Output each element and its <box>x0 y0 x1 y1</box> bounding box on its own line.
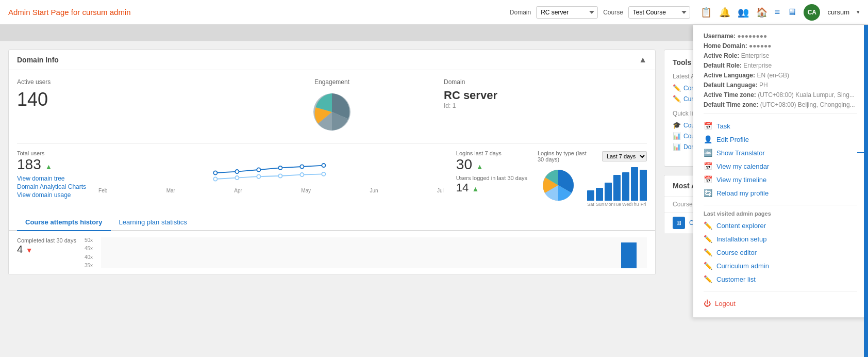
top-nav: Admin Start Page for cursum admin Domain… <box>0 0 868 25</box>
dp-divider-2 <box>704 205 857 205</box>
dp-view-timeline-link[interactable]: 📅 View my timeline <box>704 173 857 186</box>
home-icon[interactable]: 🏠 <box>756 7 767 18</box>
domain-charts-link[interactable]: Domain Analytical Charts <box>17 183 86 190</box>
sparkline-chart <box>96 154 446 185</box>
svg-point-10 <box>278 174 282 177</box>
logins-value: 30 ▲ <box>456 156 527 173</box>
course-label: Course <box>603 9 623 16</box>
dp-last-installation-setup[interactable]: ✏️ Installation setup <box>704 232 857 246</box>
edit-icon-last-1: ✏️ <box>704 221 712 230</box>
domain-name: RC server <box>444 89 647 102</box>
engagement-label: Engagement <box>314 78 349 86</box>
translate-icon: 🔤 <box>704 149 712 157</box>
edit-icon-last-2: ✏️ <box>704 235 712 243</box>
period-select[interactable]: Last 7 days <box>602 151 647 161</box>
nav-icons: 📋 🔔 👥 🏠 ≡ 🖥 CA cursum ▾ <box>700 4 860 21</box>
dp-default-lang-row: Default Language: PH <box>704 82 857 89</box>
right-scrollbar[interactable] <box>864 25 868 291</box>
dp-active-role-val: Enterprise <box>741 52 770 59</box>
grad-icon: 🎓 <box>673 121 681 129</box>
svg-point-11 <box>300 173 304 176</box>
bar-tue <box>613 175 621 201</box>
view-domain-usage-link[interactable]: View domain usage <box>17 191 86 199</box>
bar-fri <box>640 170 647 201</box>
mini-bars <box>587 165 647 201</box>
engagement-col: Engagement <box>230 78 433 135</box>
dp-default-tz-label: Default Time zone: <box>704 101 758 108</box>
logins-col: Logins last 7 days 30 ▲ Users logged in … <box>456 150 527 194</box>
users-logged-value: 14 ▲ <box>456 181 527 194</box>
dp-username-row: Username: ●●●●●●●● <box>704 33 857 40</box>
collapse-icon[interactable]: ▲ <box>639 55 647 64</box>
course-select[interactable]: Test Course <box>628 6 690 19</box>
dp-active-tz-row: Active Time zone: (UTC+08:00) Kuala Lump… <box>704 91 857 99</box>
bar-mon <box>605 183 612 201</box>
user-icon: 👤 <box>704 135 712 143</box>
bar-wed <box>622 172 629 201</box>
dp-username-val: ●●●●●●●● <box>737 33 767 40</box>
charts-row: Sat Sun Mon Tue Wed Thu Fri <box>538 165 647 207</box>
dp-task-link[interactable]: 📅 Task <box>704 119 857 133</box>
logins-sub: Users logged in last 30 days <box>456 175 527 181</box>
domain-select[interactable]: RC server <box>536 6 598 19</box>
course-icon: ⊞ <box>673 217 685 229</box>
completed-trend: ▼ <box>26 246 33 254</box>
chart-icon-2: 📊 <box>673 143 681 151</box>
dp-view-calendar-link[interactable]: 📅 View my calendar <box>704 159 857 173</box>
svg-point-1 <box>213 171 217 174</box>
logins-type-label: Logins by type (last 30 days) <box>538 150 589 163</box>
tab-learning-plan[interactable]: Learning plan statistics <box>111 213 195 231</box>
tab-course-attempts[interactable]: Course attempts history <box>17 213 111 231</box>
svg-point-9 <box>257 175 260 178</box>
dp-default-tz-val: (UTC+08:00) Beijing, Chongqing... <box>760 101 855 108</box>
domain-info-card: Domain Info ▲ Active users 140 Engagemen… <box>8 50 656 275</box>
book-icon[interactable]: 📋 <box>700 7 712 18</box>
dp-home-domain-row: Home Domain: ●●●●●● <box>704 42 857 50</box>
history-bar <box>621 242 637 268</box>
bar-sat <box>587 190 594 201</box>
view-domain-tree-link[interactable]: View domain tree <box>17 175 86 182</box>
bar-sun <box>596 188 603 201</box>
dp-last-content-explorer[interactable]: ✏️ Content explorer <box>704 219 857 232</box>
chevron-down-icon[interactable]: ▾ <box>857 9 860 15</box>
domain-id: Id: 1 <box>444 102 647 109</box>
edit-icon: ✏️ <box>673 84 681 92</box>
dp-last-customer-list[interactable]: ✏️ Customer list <box>704 272 857 286</box>
total-users-value: 183 ▲ <box>17 156 86 173</box>
svg-point-4 <box>278 166 282 170</box>
dp-active-lang-label: Active Language: <box>704 72 755 79</box>
dp-default-tz-row: Default Time zone: (UTC+08:00) Beijing, … <box>704 101 857 108</box>
user-dropdown-panel: Username: ●●●●●●●● Home Domain: ●●●●●● A… <box>693 25 868 291</box>
edit-icon-3: ✏️ <box>673 95 681 103</box>
svg-point-12 <box>322 172 325 176</box>
nav-controls: Domain RC server Course Test Course 📋 🔔 … <box>510 4 860 21</box>
logins-type-pie <box>538 165 579 206</box>
dp-active-tz-label: Active Time zone: <box>704 91 756 99</box>
svg-point-6 <box>322 164 325 167</box>
domain-label: Domain <box>510 9 531 16</box>
active-users-label: Active users <box>17 78 220 86</box>
bell-icon[interactable]: 🔔 <box>719 7 730 18</box>
monitor-icon[interactable]: 🖥 <box>787 7 796 18</box>
domain-info-title: Domain Info <box>17 56 59 64</box>
completed-col: Completed last 30 days 4 ▼ <box>17 237 76 268</box>
dp-last-curriculum-admin[interactable]: ✏️ Curriculum admin <box>704 259 857 272</box>
dp-last-course-editor[interactable]: ✏️ Course editor <box>704 246 857 259</box>
dp-active-role-row: Active Role: Enterprise <box>704 52 857 59</box>
left-panel: Domain Info ▲ Active users 140 Engagemen… <box>8 50 656 283</box>
list-icon[interactable]: ≡ <box>775 7 780 18</box>
edit-icon-last-3: ✏️ <box>704 248 712 256</box>
dp-edit-profile-link[interactable]: 👤 Edit Profile <box>704 133 857 146</box>
svg-point-5 <box>300 165 304 168</box>
dp-default-role-val: Enterprise <box>743 62 772 69</box>
dp-active-lang-val: EN (en-GB) <box>757 72 789 79</box>
avatar[interactable]: CA <box>804 4 820 21</box>
y-axis: 50x 45x 40x 35x <box>85 237 93 268</box>
dp-show-translator-link[interactable]: 🔤 Show Translator <box>704 146 857 159</box>
dp-default-role-label: Default Role: <box>704 62 742 69</box>
trend-up-icon: ▲ <box>45 163 53 171</box>
dp-reload-profile-link[interactable]: 🔄 Reload my profile <box>704 186 857 200</box>
users-icon[interactable]: 👥 <box>738 7 749 18</box>
sparkline-labels: Feb Mar Apr May Jun Jul <box>96 188 446 193</box>
completed-label: Completed last 30 days <box>17 237 76 244</box>
